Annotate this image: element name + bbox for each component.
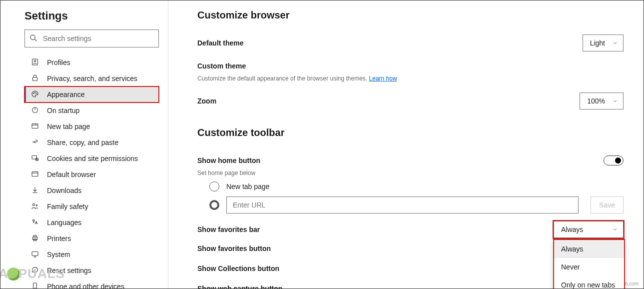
zoom-select[interactable]: 100%: [580, 92, 624, 110]
sidebar-item-languages[interactable]: Languages: [24, 214, 159, 230]
home-url-input[interactable]: [226, 196, 579, 214]
sidebar-item-label: Printers: [47, 234, 71, 242]
favorites-bar-option-never[interactable]: Never: [554, 258, 624, 276]
permissions-icon: [31, 154, 40, 163]
sidebar-item-reset[interactable]: Reset settings: [24, 262, 159, 278]
sidebar-item-system[interactable]: System: [24, 246, 159, 262]
svg-rect-10: [32, 124, 38, 128]
learn-how-link[interactable]: Learn how: [369, 75, 397, 82]
home-option-newtab[interactable]: New tab page: [209, 182, 624, 192]
svg-rect-23: [32, 237, 37, 240]
settings-title: Settings: [24, 10, 159, 22]
svg-rect-17: [32, 172, 38, 176]
svg-point-6: [34, 92, 35, 92]
svg-point-3: [34, 60, 35, 62]
sidebar-item-printers[interactable]: Printers: [24, 230, 159, 246]
svg-point-0: [30, 35, 35, 40]
custom-theme-row: Custom theme: [197, 56, 624, 76]
svg-rect-24: [33, 236, 36, 237]
show-favorites-bar-label: Show favorites bar: [197, 226, 260, 234]
customize-browser-heading: Customize browser: [197, 10, 624, 21]
phone-icon: [31, 282, 40, 289]
sidebar-item-label: Appearance: [47, 90, 85, 98]
svg-point-21: [32, 204, 34, 206]
favorites-bar-select[interactable]: Always Always Never Only on new tabs: [554, 221, 624, 238]
default-theme-select[interactable]: Light: [583, 34, 624, 52]
family-icon: [31, 202, 40, 211]
download-icon: [31, 186, 40, 195]
sidebar-item-family[interactable]: Family safety: [24, 198, 159, 214]
show-collections-label: Show Collections button: [197, 264, 279, 272]
sidebar-item-appearance[interactable]: Appearance: [24, 86, 159, 102]
settings-sidebar: Settings Profiles Privacy, search, and s…: [0, 0, 168, 288]
radio-url[interactable]: [209, 200, 219, 210]
zoom-value: 100%: [587, 97, 605, 105]
profile-icon: [31, 58, 40, 67]
show-webcapture-label: Show web capture button: [197, 284, 282, 288]
search-icon: [29, 34, 37, 42]
sidebar-item-phone[interactable]: Phone and other devices: [24, 278, 159, 289]
sidebar-item-startup[interactable]: On startup: [24, 102, 159, 118]
zoom-label: Zoom: [197, 97, 216, 105]
sidebar-item-label: Family safety: [47, 202, 88, 210]
search-input[interactable]: [24, 30, 159, 48]
favorites-bar-value: Always: [561, 226, 583, 234]
sidebar-item-downloads[interactable]: Downloads: [24, 182, 159, 198]
sidebar-item-profiles[interactable]: Profiles: [24, 54, 159, 70]
show-home-toggle[interactable]: [604, 156, 624, 166]
save-button[interactable]: Save: [591, 196, 624, 214]
share-icon: [31, 138, 40, 147]
sidebar-item-label: On startup: [47, 106, 79, 114]
chevron-down-icon: [612, 98, 618, 104]
favorites-bar-option-always[interactable]: Always: [554, 240, 624, 258]
sidebar-item-newtab[interactable]: New tab page: [24, 118, 159, 134]
chevron-down-icon: [612, 40, 618, 46]
home-option-url[interactable]: Save: [209, 196, 624, 214]
show-favorites-button-label: Show favorites button: [197, 244, 271, 252]
reset-icon: [31, 266, 40, 275]
svg-line-1: [34, 39, 36, 41]
svg-point-5: [33, 93, 34, 94]
custom-theme-subtext: Customize the default appearance of the …: [197, 75, 624, 82]
sidebar-item-label: Privacy, search, and services: [47, 74, 137, 82]
show-home-subtext: Set home page below: [197, 170, 624, 176]
lock-icon: [31, 74, 40, 83]
show-favorites-bar-row: Show favorites bar Always Always Never O…: [197, 220, 624, 238]
favorites-bar-menu: Always Never Only on new tabs: [553, 239, 625, 288]
svg-rect-26: [32, 252, 38, 256]
radio-newtab-label: New tab page: [226, 182, 269, 190]
favorites-bar-option-newtabs[interactable]: Only on new tabs: [554, 276, 624, 288]
sidebar-item-privacy[interactable]: Privacy, search, and services: [24, 70, 159, 86]
language-icon: [31, 218, 40, 227]
default-theme-value: Light: [590, 39, 605, 47]
sidebar-item-label: Downloads: [47, 186, 81, 194]
customize-toolbar-heading: Customize toolbar: [197, 127, 624, 138]
svg-rect-4: [32, 78, 37, 81]
newtab-icon: [31, 122, 40, 131]
sidebar-item-cookies[interactable]: Cookies and site permissions: [24, 150, 159, 166]
svg-point-22: [36, 204, 37, 206]
default-theme-label: Default theme: [197, 39, 244, 47]
chevron-down-icon: [612, 226, 618, 232]
palette-icon: [31, 90, 40, 99]
svg-point-7: [36, 93, 36, 94]
search-container: [24, 30, 159, 48]
radio-newtab[interactable]: [209, 182, 219, 192]
settings-content: Customize browser Default theme Light Cu…: [168, 0, 644, 288]
power-icon: [31, 106, 40, 115]
sidebar-item-label: Cookies and site permissions: [47, 154, 138, 162]
sidebar-item-label: Languages: [47, 218, 81, 226]
sidebar-item-default-browser[interactable]: Default browser: [24, 166, 159, 182]
sidebar-item-share[interactable]: Share, copy, and paste: [24, 134, 159, 150]
settings-nav: Profiles Privacy, search, and services A…: [24, 54, 159, 289]
sidebar-item-label: System: [47, 250, 70, 258]
browser-icon: [31, 170, 40, 179]
system-icon: [31, 250, 40, 259]
zoom-row: Zoom 100%: [197, 91, 624, 111]
sidebar-item-label: Profiles: [47, 58, 70, 66]
sidebar-item-label: Phone and other devices: [47, 282, 124, 289]
sidebar-item-label: Reset settings: [47, 266, 91, 274]
sidebar-item-label: New tab page: [47, 122, 90, 130]
default-theme-row: Default theme Light: [197, 33, 624, 53]
printer-icon: [31, 234, 40, 243]
